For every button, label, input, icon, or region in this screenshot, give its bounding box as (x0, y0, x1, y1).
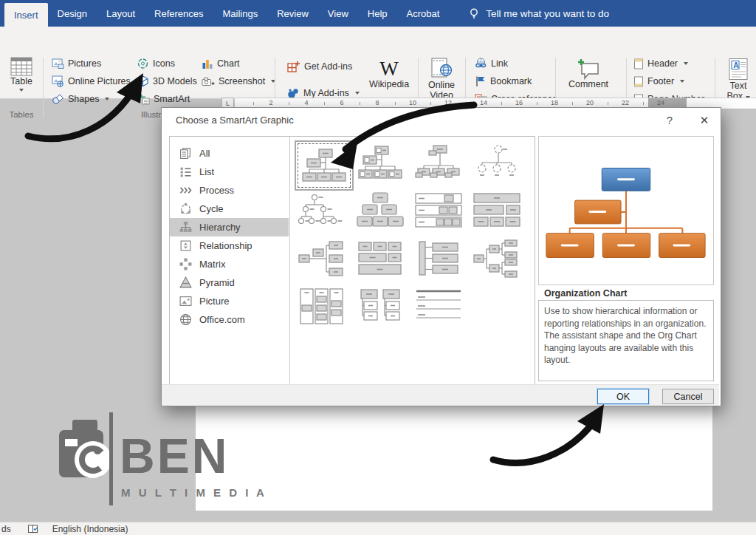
header-button[interactable]: Header (633, 56, 688, 71)
layout-option-lined-list[interactable] (411, 284, 466, 329)
bookmark-label: Bookmark (490, 76, 532, 86)
bookmark-icon (475, 75, 487, 87)
bookmark-button[interactable]: Bookmark (475, 74, 532, 89)
ruler-tick (430, 102, 431, 105)
proofing-book-icon[interactable] (27, 524, 39, 534)
icons-icon (137, 58, 149, 69)
online-video-button[interactable]: Online Video (422, 57, 461, 101)
layout-option-org-chart[interactable] (295, 140, 354, 191)
layout-option-stacked-block-hierarchy[interactable] (353, 188, 408, 233)
category-list[interactable]: List (170, 163, 289, 181)
category-cycle[interactable]: Cycle (170, 200, 289, 218)
category-label: Office.com (199, 314, 245, 325)
layout-option-two-column-hierarchy[interactable] (353, 284, 408, 329)
preview-image (538, 136, 714, 285)
org-chart-name-title-icon (415, 143, 462, 182)
block-grid-hierarchy-icon (473, 191, 520, 230)
layout-option-circle-dash-tree[interactable] (295, 188, 349, 233)
chart-button[interactable]: Chart (202, 56, 240, 71)
category-relationship[interactable]: Relationship (170, 236, 289, 255)
online-pictures-icon (52, 75, 64, 87)
category-label: Picture (199, 296, 229, 307)
ruler-tick (608, 102, 608, 105)
online-video-label-1: Online (428, 81, 455, 91)
cancel-button[interactable]: Cancel (662, 389, 714, 404)
category-office-com[interactable]: Office.com (170, 310, 289, 329)
comment-button[interactable]: Comment (565, 58, 612, 90)
dropdown-caret-icon (19, 89, 24, 92)
ribbon: Table Tables Pictures Online Pictures Sh… (0, 27, 756, 99)
category-process[interactable]: Process (170, 181, 289, 200)
preview-heading: Organization Chart (544, 288, 628, 299)
table-button[interactable]: Table (4, 57, 38, 92)
online-pictures-button[interactable]: Online Pictures (52, 74, 131, 89)
pyramid-icon (179, 276, 192, 289)
logo-divider-bar (109, 412, 113, 505)
layout-option-block-grid-hierarchy[interactable] (470, 188, 524, 233)
tab-acrobat[interactable]: Acrobat (397, 0, 450, 27)
smartart-icon (137, 93, 150, 105)
ben-multimedia-logo: BEN M U L T I M E D I A (52, 408, 266, 511)
layout-option-row-table-hierarchy[interactable] (411, 188, 466, 233)
category-hierarchy[interactable]: Hierarchy (170, 218, 289, 236)
ruler-number: 12 (444, 99, 452, 106)
category-all[interactable]: All (170, 144, 289, 163)
layout-option-horizontal-multilevel-hierarchy[interactable] (470, 236, 524, 281)
get-addins-icon (286, 60, 300, 73)
status-language[interactable]: English (Indonesia) (52, 524, 128, 534)
lightbulb-icon (468, 7, 480, 19)
dialog-help-button[interactable]: ? (661, 112, 678, 129)
layout-option-sidebar-list[interactable] (411, 236, 466, 281)
table-icon (10, 57, 32, 77)
category-picture[interactable]: Picture (170, 292, 289, 310)
screenshot-button[interactable]: Screenshot (202, 74, 275, 89)
ruler-tick (360, 102, 360, 105)
tab-references[interactable]: References (145, 0, 213, 27)
tab-design[interactable]: Design (48, 0, 97, 27)
layout-option-org-chart-circles[interactable] (470, 140, 524, 185)
wikipedia-label: Wikipedia (369, 80, 409, 90)
tab-review[interactable]: Review (267, 0, 318, 27)
category-label: Hierarchy (199, 222, 241, 233)
icons-button[interactable]: Icons (137, 56, 175, 71)
3d-models-button[interactable]: 3D Models (137, 74, 197, 89)
ruler-tick (466, 102, 467, 105)
tab-layout[interactable]: Layout (97, 0, 145, 27)
org-chart-preview-graphic (539, 137, 713, 284)
layout-option-vertical-columns[interactable] (295, 284, 349, 329)
text-box-button[interactable]: A Text Box (721, 58, 756, 102)
all-icon (179, 147, 192, 160)
pictures-button[interactable]: Pictures (52, 56, 101, 71)
smartart-button[interactable]: SmartArt (137, 92, 190, 106)
shapes-button[interactable]: Shapes (52, 92, 109, 106)
comment-label: Comment (568, 80, 608, 90)
screenshot-icon (202, 75, 215, 87)
link-button[interactable]: Link (475, 56, 508, 71)
tab-insert[interactable]: Insert (4, 3, 48, 27)
chart-label: Chart (217, 58, 240, 69)
ok-button[interactable]: OK (597, 389, 649, 404)
ruler-number: 2 (269, 99, 272, 106)
category-matrix[interactable]: Matrix (170, 255, 289, 273)
pictures-label: Pictures (68, 58, 101, 69)
footer-button[interactable]: Footer (633, 74, 684, 89)
status-bar: ds English (Indonesia) (0, 522, 756, 535)
group-divider (43, 58, 44, 118)
tab-view[interactable]: View (318, 0, 358, 27)
shapes-icon (52, 93, 64, 105)
ruler-tick (324, 102, 325, 105)
close-icon[interactable]: ✕ (695, 112, 714, 129)
layout-option-tab-grid-list[interactable] (353, 236, 408, 281)
layout-option-org-chart-name-title[interactable] (411, 140, 466, 185)
tab-help[interactable]: Help (358, 0, 397, 27)
get-addins-button[interactable]: Get Add-ins (286, 59, 352, 74)
cycle-icon (179, 202, 192, 215)
layout-option-org-chart-pictures[interactable] (353, 140, 408, 185)
tab-mailings[interactable]: Mailings (213, 0, 268, 27)
circle-dash-tree-icon (298, 191, 346, 230)
tell-me-box[interactable]: Tell me what you want to do (468, 0, 609, 27)
category-pyramid[interactable]: Pyramid (170, 273, 289, 292)
wikipedia-button[interactable]: W Wikipedia (363, 58, 415, 90)
layout-option-horizontal-org-chart[interactable] (295, 236, 349, 281)
office-icon (179, 313, 192, 326)
